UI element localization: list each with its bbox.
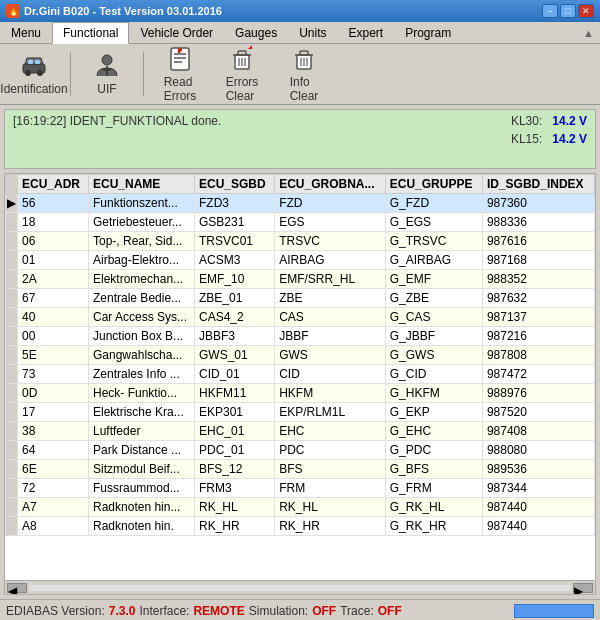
menu-item-functional[interactable]: Functional bbox=[52, 22, 129, 44]
info-clear-button[interactable]: InfoClear bbox=[276, 48, 332, 100]
collapse-icon[interactable]: ▲ bbox=[583, 22, 600, 43]
table-cell: FZD3 bbox=[194, 194, 274, 213]
table-row[interactable]: ▶56Funktionszent...FZD3FZDG_FZD987360 bbox=[6, 194, 595, 213]
scroll-left-button[interactable]: ◀ bbox=[7, 583, 27, 593]
table-cell: EMF_10 bbox=[194, 270, 274, 289]
table-body: ▶56Funktionszent...FZD3FZDG_FZD98736018G… bbox=[6, 194, 595, 536]
table-cell: 987440 bbox=[482, 517, 594, 536]
toolbar: Identification UIF ReadErr bbox=[0, 44, 600, 105]
table-cell: G_JBBF bbox=[385, 327, 482, 346]
table-cell: G_RK_HL bbox=[385, 498, 482, 517]
close-button[interactable]: ✕ bbox=[578, 4, 594, 18]
table-cell: 56 bbox=[18, 194, 89, 213]
table-cell: 987344 bbox=[482, 479, 594, 498]
table-row[interactable]: 40Car Access Sys...CAS4_2CASG_CAS987137 bbox=[6, 308, 595, 327]
menu-item-expert[interactable]: Expert bbox=[337, 22, 394, 43]
table-cell: AIRBAG bbox=[275, 251, 386, 270]
table-cell: 18 bbox=[18, 213, 89, 232]
col-ecu-grobna[interactable]: ECU_GROBNA... bbox=[275, 175, 386, 194]
col-id-sgbd-index[interactable]: ID_SGBD_INDEX bbox=[482, 175, 594, 194]
table-cell: JBBF3 bbox=[194, 327, 274, 346]
table-cell: EHC_01 bbox=[194, 422, 274, 441]
horizontal-scrollbar[interactable]: ◀ ▶ bbox=[5, 580, 595, 594]
table-row[interactable]: 67Zentrale Bedie...ZBE_01ZBEG_ZBE987632 bbox=[6, 289, 595, 308]
row-indicator bbox=[6, 498, 18, 517]
table-row[interactable]: 38LuftfederEHC_01EHCG_EHC987408 bbox=[6, 422, 595, 441]
table-cell: CAS bbox=[275, 308, 386, 327]
table-row[interactable]: 5EGangwahlscha...GWS_01GWSG_GWS987808 bbox=[6, 346, 595, 365]
table-cell: Gangwahlscha... bbox=[89, 346, 195, 365]
table-cell: JBBF bbox=[275, 327, 386, 346]
table-row[interactable]: 72Fussraummod...FRM3FRMG_FRM987344 bbox=[6, 479, 595, 498]
table-cell: G_FRM bbox=[385, 479, 482, 498]
errors-clear-icon bbox=[228, 45, 256, 73]
table-row[interactable]: 0DHeck- Funktio...HKFM11HKFMG_HKFM988976 bbox=[6, 384, 595, 403]
table-row[interactable]: 00Junction Box B...JBBF3JBBFG_JBBF987216 bbox=[6, 327, 595, 346]
table-cell: Getriebesteuer... bbox=[89, 213, 195, 232]
row-indicator bbox=[6, 384, 18, 403]
interface-label: Interface: bbox=[139, 604, 189, 618]
table-row[interactable]: 64Park Distance ...PDC_01PDCG_PDC988080 bbox=[6, 441, 595, 460]
table-cell: TRSVC01 bbox=[194, 232, 274, 251]
row-indicator bbox=[6, 479, 18, 498]
simulation-label: Simulation: bbox=[249, 604, 308, 618]
table-cell: 988352 bbox=[482, 270, 594, 289]
table-row[interactable]: A7Radknoten hin...RK_HLRK_HLG_RK_HL98744… bbox=[6, 498, 595, 517]
table-row[interactable]: 2AElektromechan...EMF_10EMF/SRR_HLG_EMF9… bbox=[6, 270, 595, 289]
status-panel: [16:19:22] IDENT_FUNKTIONAL done. KL30: … bbox=[4, 109, 596, 169]
row-indicator bbox=[6, 403, 18, 422]
svg-rect-5 bbox=[35, 60, 40, 64]
col-ecu-gruppe[interactable]: ECU_GRUPPE bbox=[385, 175, 482, 194]
table-cell: RK_HR bbox=[194, 517, 274, 536]
col-ecu-name[interactable]: ECU_NAME bbox=[89, 175, 195, 194]
menu-item-menu[interactable]: Menu bbox=[0, 22, 52, 43]
table-cell: Park Distance ... bbox=[89, 441, 195, 460]
table-cell: 987216 bbox=[482, 327, 594, 346]
table-row[interactable]: 06Top-, Rear, Sid...TRSVC01TRSVCG_TRSVC9… bbox=[6, 232, 595, 251]
table-cell: CID_01 bbox=[194, 365, 274, 384]
table-cell: Fussraummod... bbox=[89, 479, 195, 498]
maximize-button[interactable]: □ bbox=[560, 4, 576, 18]
svg-point-3 bbox=[37, 70, 43, 76]
main-content: [16:19:22] IDENT_FUNKTIONAL done. KL30: … bbox=[0, 105, 600, 599]
scroll-track bbox=[29, 585, 571, 591]
table-row[interactable]: 73Zentrales Info ...CID_01CIDG_CID987472 bbox=[6, 365, 595, 384]
table-cell: CID bbox=[275, 365, 386, 384]
svg-marker-21 bbox=[248, 45, 252, 49]
col-ecu-adr[interactable]: ECU_ADR bbox=[18, 175, 89, 194]
menu-item-gauges[interactable]: Gauges bbox=[224, 22, 288, 43]
menu-item-program[interactable]: Program bbox=[394, 22, 462, 43]
menu-item-units[interactable]: Units bbox=[288, 22, 337, 43]
table-cell: 987472 bbox=[482, 365, 594, 384]
read-errors-button[interactable]: ReadErrors bbox=[152, 48, 208, 100]
table-cell: Elektrische Kra... bbox=[89, 403, 195, 422]
table-cell: PDC bbox=[275, 441, 386, 460]
minimize-button[interactable]: − bbox=[542, 4, 558, 18]
table-cell: G_EGS bbox=[385, 213, 482, 232]
table-cell: Luftfeder bbox=[89, 422, 195, 441]
table-scroll-area[interactable]: ECU_ADR ECU_NAME ECU_SGBD ECU_GROBNA... … bbox=[5, 174, 595, 580]
read-errors-icon bbox=[166, 45, 194, 73]
table-row[interactable]: 18Getriebesteuer...GSB231EGSG_EGS988336 bbox=[6, 213, 595, 232]
table-row[interactable]: 17Elektrische Kra...EKP301EKP/RLM1LG_EKP… bbox=[6, 403, 595, 422]
table-cell: G_BFS bbox=[385, 460, 482, 479]
info-clear-label: InfoClear bbox=[290, 75, 319, 103]
kl15-label: KL15: bbox=[511, 132, 542, 146]
window-controls[interactable]: − □ ✕ bbox=[542, 4, 594, 18]
menu-item-vehicle-order[interactable]: Vehicle Order bbox=[129, 22, 224, 43]
errors-clear-button[interactable]: ErrorsClear bbox=[214, 48, 270, 100]
table-cell: Heck- Funktio... bbox=[89, 384, 195, 403]
table-cell: G_TRSVC bbox=[385, 232, 482, 251]
table-row[interactable]: A8Radknoten hin.RK_HRRK_HRG_RK_HR987440 bbox=[6, 517, 595, 536]
scroll-right-button[interactable]: ▶ bbox=[573, 583, 593, 593]
table-row[interactable]: 01Airbag-Elektro...ACSM3AIRBAGG_AIRBAG98… bbox=[6, 251, 595, 270]
table-row[interactable]: 6ESitzmodul Beif...BFS_12BFSG_BFS989536 bbox=[6, 460, 595, 479]
table-cell: HKFM bbox=[275, 384, 386, 403]
uif-button[interactable]: UIF bbox=[79, 48, 135, 100]
identification-button[interactable]: Identification bbox=[6, 48, 62, 100]
table-cell: 987632 bbox=[482, 289, 594, 308]
table-cell: GWS bbox=[275, 346, 386, 365]
col-ecu-sgbd[interactable]: ECU_SGBD bbox=[194, 175, 274, 194]
svg-rect-4 bbox=[28, 60, 33, 64]
simulation-value: OFF bbox=[312, 604, 336, 618]
